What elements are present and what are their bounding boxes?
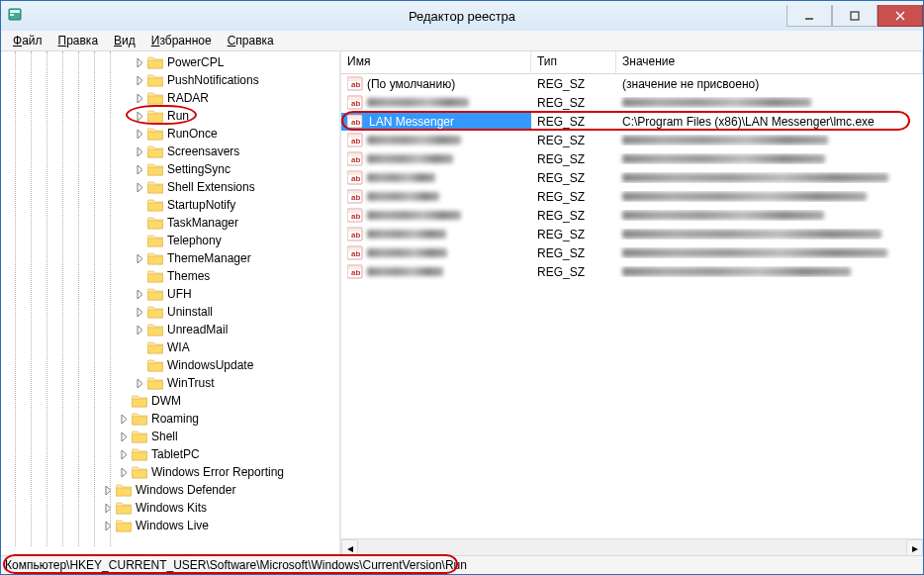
expander-icon[interactable] (134, 377, 145, 389)
tree-item[interactable]: WindowsUpdate (1, 356, 339, 374)
tree-item[interactable]: Screensavers (1, 143, 339, 160)
tree-item[interactable]: Shell (1, 428, 339, 445)
cell-value: C:\Program Files (x86)\LAN Messenger\lmc… (616, 114, 923, 130)
tree-item-label: RADAR (167, 91, 209, 105)
list-pane: Имя Тип Значение (По умолчанию)REG_SZ(зн… (341, 51, 923, 555)
expander-icon[interactable] (134, 74, 145, 86)
tree-item[interactable]: DWM (1, 392, 339, 410)
tree-item[interactable]: StartupNotify (1, 196, 339, 214)
expander-icon (134, 235, 145, 246)
tree-item[interactable]: PowerCPL (1, 53, 339, 71)
folder-icon (147, 234, 163, 247)
minimize-button[interactable] (786, 5, 832, 27)
tree-item[interactable]: Shell Extensions (1, 178, 339, 196)
list-row[interactable]: REG_SZ (341, 243, 923, 262)
menu-favorites[interactable]: Избранное (143, 32, 220, 49)
expander-icon[interactable] (134, 252, 145, 264)
tree-item[interactable]: WIA (1, 338, 339, 356)
expander-icon[interactable] (118, 466, 130, 478)
tree-item[interactable]: SettingSync (1, 160, 339, 178)
folder-icon (147, 162, 163, 176)
cell-value (616, 247, 923, 258)
tree-item[interactable]: Telephony (1, 232, 339, 249)
tree-item[interactable]: Windows Error Reporting (1, 463, 339, 481)
tree-item-label: PowerCPL (167, 55, 224, 69)
expander-icon[interactable] (118, 448, 130, 460)
list-hscrollbar[interactable]: ◂ ▸ (341, 538, 923, 555)
tree-item[interactable]: ThemeManager (1, 249, 339, 267)
tree-item[interactable]: WinTrust (1, 374, 339, 392)
expander-icon[interactable] (118, 413, 130, 425)
expander-icon[interactable] (134, 181, 145, 193)
close-button[interactable] (878, 5, 923, 27)
menu-view[interactable]: Вид (106, 32, 143, 49)
list-row[interactable]: REG_SZ (341, 131, 923, 149)
menu-help[interactable]: Справка (220, 32, 282, 49)
tree-item[interactable]: Uninstall (1, 303, 339, 321)
tree-item[interactable]: UnreadMail (1, 321, 339, 338)
list-row[interactable]: REG_SZ (341, 187, 923, 206)
string-value-icon (347, 151, 363, 166)
expander-icon[interactable] (134, 56, 145, 68)
cell-type: REG_SZ (531, 245, 616, 261)
hscroll-left-button[interactable]: ◂ (341, 539, 358, 555)
tree-item-label: Shell Extensions (167, 180, 255, 194)
expander-icon[interactable] (102, 520, 114, 531)
tree-item-label: Screensavers (167, 144, 239, 158)
tree-item[interactable]: PushNotifications (1, 71, 339, 89)
menu-edit[interactable]: Правка (50, 32, 107, 49)
list-row[interactable]: (По умолчанию)REG_SZ(значение не присвое… (341, 74, 923, 93)
expander-icon (134, 341, 145, 353)
tree-item-label: WindowsUpdate (167, 358, 253, 372)
menu-file[interactable]: Файл (5, 32, 50, 49)
expander-icon[interactable] (118, 431, 130, 442)
column-header-name[interactable]: Имя (341, 51, 531, 73)
folder-icon (132, 465, 147, 479)
expander-icon[interactable] (134, 163, 145, 175)
tree-item[interactable]: TabletPC (1, 445, 339, 463)
expander-icon (118, 395, 130, 407)
expander-icon[interactable] (134, 92, 145, 104)
folder-icon (147, 287, 163, 301)
cell-value (616, 153, 923, 164)
expander-icon[interactable] (134, 288, 145, 300)
expander-icon[interactable] (102, 502, 114, 514)
tree-item[interactable]: Run (1, 107, 339, 125)
tree-item[interactable]: Roaming (1, 410, 339, 428)
expander-icon[interactable] (134, 145, 145, 157)
expander-icon[interactable] (102, 484, 114, 496)
expander-icon[interactable] (134, 324, 145, 335)
cell-name (341, 263, 531, 280)
folder-icon (132, 447, 147, 461)
cell-name (341, 226, 531, 242)
cell-type: REG_SZ (531, 227, 616, 242)
tree-item[interactable]: TaskManager (1, 214, 339, 232)
string-value-icon (347, 245, 363, 260)
tree-item[interactable]: Windows Kits (1, 499, 339, 517)
hscroll-right-button[interactable]: ▸ (906, 539, 923, 555)
tree-item[interactable]: Windows Live (1, 517, 339, 534)
tree-item[interactable]: RADAR (1, 89, 339, 107)
expander-icon[interactable] (134, 110, 145, 122)
expander-icon[interactable] (134, 306, 145, 318)
list-body[interactable]: (По умолчанию)REG_SZ(значение не присвое… (341, 74, 923, 538)
list-row[interactable]: REG_SZ (341, 225, 923, 243)
cell-type: REG_SZ (531, 264, 616, 280)
list-row[interactable]: REG_SZ (341, 168, 923, 187)
list-row[interactable]: LAN MessengerREG_SZC:\Program Files (x86… (341, 112, 923, 131)
tree-scroll[interactable]: PowerCPLPushNotificationsRADARRunRunOnce… (1, 51, 339, 555)
expander-icon[interactable] (134, 128, 145, 140)
list-row[interactable]: REG_SZ (341, 262, 923, 281)
column-header-type[interactable]: Тип (531, 51, 616, 73)
tree-item[interactable]: Windows Defender (1, 481, 339, 499)
list-row[interactable]: REG_SZ (341, 206, 923, 225)
expander-icon (134, 199, 145, 211)
tree-item[interactable]: Themes (1, 267, 339, 285)
tree-item[interactable]: RunOnce (1, 125, 339, 143)
maximize-button[interactable] (832, 5, 878, 27)
column-header-value[interactable]: Значение (616, 51, 923, 73)
list-row[interactable]: REG_SZ (341, 93, 923, 112)
list-row[interactable]: REG_SZ (341, 149, 923, 168)
titlebar[interactable]: Редактор реестра (1, 1, 923, 31)
tree-item[interactable]: UFH (1, 285, 339, 303)
